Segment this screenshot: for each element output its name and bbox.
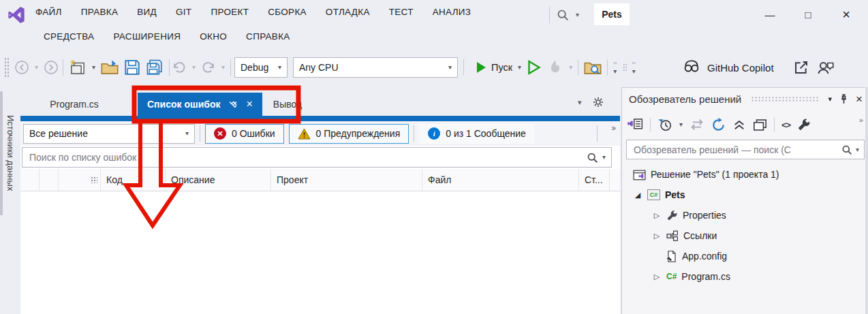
window-position-caret-icon[interactable]: ▾ [578, 99, 582, 106]
share-icon[interactable] [793, 59, 809, 76]
close-tab-icon[interactable]: × [246, 99, 252, 110]
minimize-button[interactable]: — [751, 3, 789, 26]
column-suppression[interactable] [40, 169, 59, 191]
error-search-input[interactable] [22, 152, 587, 163]
solution-search-input[interactable] [627, 144, 841, 155]
open-folder-icon[interactable] [101, 60, 119, 75]
tree-row-app-config[interactable]: App.config [622, 246, 868, 266]
menu-tools[interactable]: СРЕДСТВА [34, 29, 104, 44]
pending-changes-filter-icon[interactable] [657, 118, 672, 131]
tree-row-solution[interactable]: Решение "Pets" (1 проекта 1) [622, 164, 868, 185]
close-panel-icon[interactable]: × [856, 93, 863, 105]
pin-icon[interactable] [228, 99, 238, 109]
properties-wrench-icon[interactable] [797, 118, 811, 131]
new-project-icon[interactable]: ✳ [69, 59, 87, 76]
menu-git[interactable]: GIT [166, 4, 201, 20]
quick-search-value[interactable]: Pets [594, 3, 630, 25]
warnings-filter-button[interactable]: 0 Предупреждения [289, 124, 409, 144]
sync-with-active-document-icon[interactable] [689, 119, 704, 131]
column-project[interactable]: Проект [271, 169, 422, 191]
menu-project[interactable]: ПРОЕКТ [201, 4, 258, 20]
tree-row-program-cs[interactable]: ▷ C# Program.cs [622, 266, 868, 287]
undo-icon[interactable] [172, 60, 187, 75]
tree-row-properties[interactable]: ▷ Properties [622, 205, 868, 225]
menu-extensions[interactable]: РАСШИРЕНИЯ [104, 29, 190, 44]
column-severity[interactable] [20, 169, 40, 191]
column-code[interactable]: Код [101, 169, 166, 191]
menu-window[interactable]: ОКНО [190, 29, 236, 44]
feedback-icon[interactable] [816, 59, 834, 76]
start-button[interactable]: Пуск [491, 62, 512, 73]
redo-icon[interactable] [201, 60, 216, 75]
search-caret-icon[interactable]: ▾ [576, 12, 579, 18]
close-button[interactable]: × [827, 3, 865, 26]
navigate-back-caret-icon[interactable]: ▾ [35, 64, 38, 71]
scope-dropdown[interactable]: Все решение ▾ [23, 124, 195, 144]
separator [774, 118, 775, 131]
search-icon[interactable] [587, 152, 598, 163]
save-icon[interactable] [124, 59, 140, 76]
panel-grip[interactable] [751, 96, 818, 102]
search-options-caret-icon[interactable]: ▾ [856, 146, 859, 153]
menu-file[interactable]: ФАЙЛ [26, 4, 72, 20]
pin-icon[interactable] [839, 94, 849, 104]
menu-test[interactable]: ТЕСТ [379, 4, 423, 20]
start-without-debug-icon[interactable] [527, 59, 542, 76]
menu-edit[interactable]: ПРАВКА [72, 4, 127, 20]
column-file[interactable]: Файл [422, 169, 579, 191]
toolbar-overflow-icon[interactable]: ››▾ [632, 61, 636, 75]
toolbar-overflow-icon[interactable]: ›› [859, 116, 863, 124]
github-copilot-button[interactable]: GitHub Copilot [707, 62, 774, 74]
data-sources-tab[interactable]: Источники данных [0, 91, 18, 215]
search-icon[interactable] [557, 9, 569, 21]
view-code-icon[interactable]: <> [781, 120, 790, 130]
filter-caret-icon[interactable]: ▾ [679, 121, 683, 128]
new-project-caret-icon[interactable]: ▾ [92, 64, 95, 71]
expanded-arrow-icon[interactable]: ◢ [633, 191, 642, 200]
menu-help[interactable]: СПРАВКА [236, 29, 300, 44]
start-caret-icon[interactable]: ▾ [518, 64, 521, 71]
menu-build[interactable]: СБОРКА [258, 4, 316, 20]
filter-overflow-icon[interactable]: ›› [611, 123, 615, 133]
column-description[interactable]: Описание [166, 169, 271, 191]
navigate-forward-icon[interactable] [44, 60, 59, 75]
undo-caret-icon[interactable]: ▾ [192, 64, 196, 71]
hot-reload-icon[interactable] [547, 59, 563, 76]
platform-dropdown[interactable]: Any CPU ▾ [293, 57, 458, 78]
properties-pages-icon[interactable] [753, 119, 767, 131]
save-all-icon[interactable] [146, 59, 164, 76]
refresh-icon[interactable] [711, 118, 726, 132]
navigate-back-icon[interactable] [14, 60, 29, 75]
start-debug-icon[interactable] [477, 62, 486, 73]
hot-reload-caret-icon[interactable]: ▾ [569, 64, 572, 71]
redo-caret-icon[interactable]: ▾ [221, 64, 225, 71]
collapsed-arrow-icon[interactable]: ▷ [652, 232, 662, 240]
errors-filter-button[interactable]: ✕ 0 Ошибки [205, 124, 284, 144]
tab-program-cs[interactable]: Program.cs [24, 93, 125, 116]
collapsed-arrow-icon[interactable]: ▷ [652, 211, 662, 220]
tab-output[interactable]: Вывод [262, 93, 313, 116]
messages-filter-button[interactable]: i 0 из 1 Сообщение [419, 124, 535, 144]
collapsed-arrow-icon[interactable]: ▷ [652, 272, 662, 281]
configuration-dropdown[interactable]: Debug ▾ [234, 57, 288, 78]
switch-views-icon[interactable] [627, 118, 643, 131]
toolbar-grip[interactable] [623, 63, 627, 72]
github-copilot-icon[interactable] [683, 59, 700, 76]
column-category[interactable] [59, 169, 101, 191]
maximize-button[interactable]: □ [789, 3, 827, 26]
search-icon[interactable] [841, 144, 852, 155]
collapse-all-icon[interactable] [732, 119, 746, 131]
find-in-files-icon[interactable] [584, 60, 602, 75]
tree-row-project-pets[interactable]: ◢ C# Pets [622, 185, 868, 205]
window-position-caret-icon[interactable]: ▾ [828, 95, 833, 103]
search-options-caret-icon[interactable]: ▾ [602, 154, 606, 161]
menu-debug[interactable]: ОТЛАДКА [316, 4, 379, 20]
tree-row-references[interactable]: ▷ Ссылки [622, 225, 868, 246]
toolbar-overflow-icon[interactable]: ››▾ [613, 61, 617, 75]
menu-view[interactable]: ВИД [127, 4, 166, 20]
settings-gear-icon[interactable] [593, 97, 604, 108]
tab-error-list[interactable]: Список ошибок × [138, 93, 262, 116]
column-line[interactable]: Ст... [579, 169, 610, 191]
menu-analyze[interactable]: АНАЛИЗ [423, 4, 481, 20]
toolbar-grip[interactable] [4, 57, 9, 78]
